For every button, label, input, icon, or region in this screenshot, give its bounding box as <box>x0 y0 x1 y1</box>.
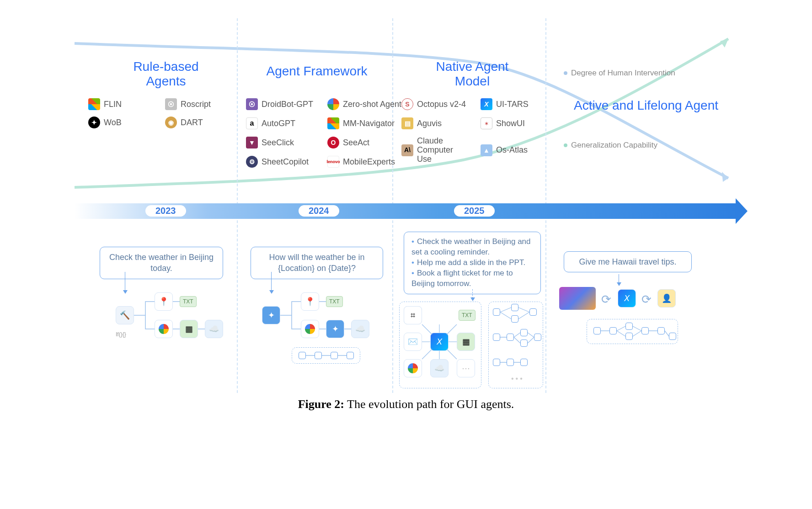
agent-autogpt: aAutoGPT <box>246 117 319 129</box>
svg-marker-1 <box>720 39 728 48</box>
agent-zeroshot: Zero-shot Agent <box>327 98 401 110</box>
agent-label: WoB <box>104 118 122 127</box>
col2-illus: ✦ 📍 TXT ✦ ☁️ <box>257 292 390 375</box>
agent-wob: ✦WoB <box>88 117 157 128</box>
agent-mobileexperts: lenovoMobileExperts <box>327 156 401 168</box>
agent-label: DroidBot-GPT <box>262 100 313 109</box>
col3-apps: 📍 ⌗ TXT ✉️ X ▦ ☁️ ⋯ <box>404 306 477 384</box>
agent-label: AutoGPT <box>262 119 295 128</box>
agent-uitars: XUI-TARS <box>481 98 551 110</box>
mountain-icon: ▲ <box>481 144 492 156</box>
flow-lines <box>100 292 237 361</box>
svg-line-9 <box>447 349 457 359</box>
agent-label: DART <box>181 118 203 127</box>
anthropic-icon: A\ <box>401 144 413 156</box>
gear-icon: ⚙ <box>246 156 258 168</box>
agent-label: MM-Navigator <box>343 119 395 128</box>
nus-icon: ✶ <box>481 117 492 129</box>
amazon-icon: a <box>246 117 258 129</box>
col2-title: Agent Framework <box>257 64 376 79</box>
more-icon: ••• <box>511 375 524 383</box>
hku-icon: ▤ <box>401 117 413 129</box>
chrome-icon <box>327 98 339 110</box>
prompt-line: Book a flight ticket for me to Beijing t… <box>411 269 513 288</box>
year-2023: 2023 <box>145 205 186 217</box>
agent-label: Roscript <box>181 100 211 109</box>
col3-prompt: •Check the weather in Beijing and set a … <box>404 232 541 294</box>
flow-lines <box>257 292 395 361</box>
agent-label: Zero-shot Agent <box>343 100 401 109</box>
col1-prompt: Check the weather in Beijing today. <box>100 247 223 279</box>
agent-label: UI-TARS <box>496 100 529 109</box>
agent-seeclick: ▼SeeClick <box>246 137 319 148</box>
agent-roscript: ⦿Roscript <box>165 98 234 110</box>
lenovo-icon: lenovo <box>327 156 339 168</box>
col3-flows: ••• <box>491 304 541 386</box>
year-2024: 2024 <box>299 205 339 217</box>
svg-line-8 <box>422 349 432 359</box>
figure-caption: Figure 2: The evolution path for GUI age… <box>0 398 812 411</box>
univ-icon: ◉ <box>165 117 177 128</box>
openai-icon: ✦ <box>88 117 100 128</box>
agent-label: MobileExperts <box>343 157 395 167</box>
agent-dart: ◉DART <box>165 117 234 128</box>
agent-osatlas: ▲Os-Atlas <box>481 137 551 164</box>
legend-intervention: Degree of Human Intervention <box>564 69 675 78</box>
col1-title: Rule-based Agents <box>107 59 225 89</box>
agent-label: ShowUI <box>496 119 525 128</box>
figure-caption-text: The evolution path for GUI agents. <box>347 398 514 411</box>
agent-flin: FLIN <box>88 98 157 110</box>
legend-intervention-label: Degree of Human Intervention <box>571 69 675 78</box>
figure-label: Figure 2: <box>298 398 344 411</box>
connector <box>619 274 619 283</box>
connector <box>472 289 473 298</box>
agent-label: Os-Atlas <box>496 145 528 155</box>
agent-showui: ✶ShowUI <box>481 117 551 129</box>
shield-icon: ▼ <box>246 137 258 148</box>
svg-line-6 <box>422 324 432 334</box>
agent-label: FLIN <box>104 100 122 109</box>
x-icon: X <box>481 98 492 110</box>
agent-aguvis: ▤Aguvis <box>401 117 472 129</box>
agent-droidbot: ⦿DroidBot-GPT <box>246 98 319 110</box>
agent-mmnav: MM-Navigator <box>327 117 401 129</box>
col4-prompt: Give me Hawaii travel tips. <box>564 251 692 272</box>
microsoft-icon <box>327 117 339 129</box>
prompt-line: Check the weather in Beijing and set a c… <box>411 237 531 256</box>
agent-claude: A\Claude Computer Use <box>401 137 472 164</box>
year-2025: 2025 <box>454 205 495 217</box>
figure-canvas: Rule-based Agents Agent Framework Native… <box>75 18 737 429</box>
agent-label: SeeAct <box>343 138 369 148</box>
col2-agents: ⦿DroidBot-GPT Zero-shot Agent aAutoGPT M… <box>246 98 401 168</box>
agent-label: SeeClick <box>262 138 294 148</box>
col2-prompt: How will the weather be in {Location} on… <box>251 247 383 279</box>
agent-sheetcopilot: ⚙SheetCopilot <box>246 156 319 168</box>
seal-icon: ⦿ <box>165 98 177 110</box>
col1-illus: 🔨 If(){} 📍 TXT ▦ ☁️ <box>100 292 228 356</box>
legend-generalization-label: Generalization Capability <box>571 141 657 150</box>
agent-octopus: SOctopus v2-4 <box>401 98 472 110</box>
legend-generalization: Generalization Capability <box>564 141 657 150</box>
flow-lines <box>559 287 696 355</box>
col3-agents: SOctopus v2-4 XUI-TARS ▤Aguvis ✶ShowUI A… <box>401 98 551 164</box>
arrow-icon <box>470 297 475 301</box>
col3-title: Native Agent Model <box>413 59 532 89</box>
svg-line-7 <box>447 324 457 334</box>
connector <box>125 272 125 290</box>
agent-seeact: OSeeAct <box>327 137 401 148</box>
stanford-icon: S <box>401 98 413 110</box>
ohio-icon: O <box>327 137 339 148</box>
svg-marker-0 <box>722 172 728 182</box>
agent-label: SheetCopilot <box>262 157 309 167</box>
col1-agents: FLIN ⦿Roscript ✦WoB ◉DART <box>88 98 234 128</box>
connector <box>271 272 272 290</box>
agent-label: Claude Computer Use <box>417 137 467 164</box>
arrow-icon <box>617 282 621 286</box>
col4-illus: ⟳ X ⟳ 👤 <box>559 287 701 360</box>
agent-label: Aguvis <box>417 119 442 128</box>
prompt-line: Help me add a slide in the PPT. <box>417 258 525 267</box>
seal-icon: ⦿ <box>246 98 258 110</box>
microsoft-icon <box>88 98 100 110</box>
agent-label: Octopus v2-4 <box>417 100 466 109</box>
col4-title: Active and Lifelong Agent <box>573 98 719 113</box>
